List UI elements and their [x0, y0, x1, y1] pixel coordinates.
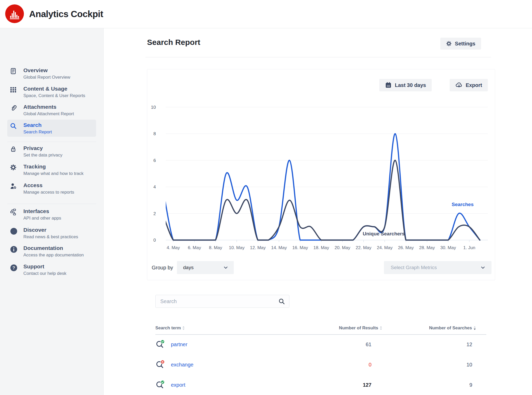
y-axis-label: 0 — [154, 238, 156, 243]
grid-icon — [10, 86, 18, 94]
search-icon — [10, 122, 18, 130]
sidebar-item-documentation[interactable]: Documentation Access the app documentati… — [7, 243, 96, 260]
sidebar-item-label: Tracking — [23, 163, 96, 170]
info-icon — [10, 246, 18, 253]
series-line-unique-searchers — [163, 160, 480, 240]
date-range-button[interactable]: Last 30 days — [379, 79, 432, 91]
y-axis-label: 8 — [154, 131, 156, 136]
sidebar-divider — [7, 142, 96, 142]
settings-button-label: Settings — [455, 41, 475, 47]
x-axis-label: 12. May — [250, 245, 266, 250]
y-axis-label: 2 — [154, 211, 156, 216]
nodes-icon — [10, 209, 18, 216]
gear-icon — [446, 41, 452, 46]
line-chart-svg: 02468104. May6. May8. May10. May12. May1… — [145, 103, 501, 258]
sidebar: Overview Global Report Overview Content … — [0, 28, 104, 395]
app-title: Analytics Cockpit — [29, 0, 103, 28]
group-by-select[interactable]: days — [177, 261, 234, 274]
column-header-label: Search term — [155, 325, 181, 331]
column-header-label: Number of Results — [339, 325, 378, 331]
export-button-label: Export — [466, 82, 482, 88]
table-search-input[interactable] — [160, 298, 278, 305]
sidebar-item-tracking[interactable]: Tracking Manage what and how to track — [7, 161, 96, 178]
group-by-value: days — [183, 265, 194, 270]
x-axis-label: 24. May — [377, 245, 393, 250]
results-value: 61 — [366, 342, 371, 348]
search-term-status-icon — [155, 339, 165, 349]
header-divider — [145, 57, 491, 57]
table-row: export 127 9 — [155, 375, 486, 395]
search-term-link[interactable]: partner — [171, 342, 187, 348]
sidebar-item-label: Documentation — [23, 245, 96, 251]
y-axis-label: 4 — [154, 185, 156, 189]
cloud-download-icon — [455, 81, 463, 89]
sidebar-item-sublabel: Global Report Overview — [23, 74, 96, 80]
sidebar-item-label: Privacy — [23, 145, 96, 152]
sidebar-item-sublabel: Set the data privacy — [23, 152, 96, 158]
x-axis-label: 14. May — [271, 245, 287, 250]
sidebar-item-label: Overview — [23, 67, 96, 74]
table-row: partner 61 12 — [155, 334, 486, 355]
chevron-down-icon — [224, 267, 228, 269]
sidebar-item-access[interactable]: Access Manage access to reports — [7, 180, 96, 197]
sidebar-item-label: Search — [23, 122, 96, 128]
search-term-link[interactable]: exchange — [171, 362, 194, 368]
searches-value: 12 — [467, 342, 472, 348]
column-header-number-of-results[interactable]: Number of Results — [339, 325, 382, 331]
sidebar-item-sublabel: API and other apps — [23, 215, 96, 221]
sort-icon — [182, 326, 185, 330]
x-axis-label: 4. May — [167, 245, 180, 250]
searches-chart: 02468104. May6. May8. May10. May12. May1… — [145, 103, 501, 258]
x-axis-label: 1. Jun — [463, 245, 475, 250]
sidebar-item-overview[interactable]: Overview Global Report Overview — [7, 65, 96, 82]
calendar-icon — [385, 82, 392, 88]
x-axis-label: 18. May — [314, 245, 329, 250]
search-term-status-icon — [155, 380, 165, 390]
analytics-cockpit-app: Analytics Cockpit Overview Global Report… — [0, 0, 532, 395]
column-header-search-term[interactable]: Search term — [155, 325, 185, 331]
paperclip-icon — [10, 104, 18, 112]
column-header-number-of-searches[interactable]: Number of Searches — [429, 325, 476, 331]
x-axis-label: 28. May — [419, 245, 435, 250]
chevron-down-icon — [481, 267, 485, 269]
sidebar-item-label: Support — [23, 263, 96, 270]
x-axis-label: 30. May — [440, 245, 456, 250]
results-value: 127 — [363, 382, 371, 388]
page-title: Search Report — [147, 38, 200, 47]
bar-chart-logo-icon — [9, 8, 20, 19]
sidebar-item-label: Content & Usage — [23, 85, 96, 92]
sidebar-item-label: Discover — [23, 227, 96, 233]
settings-button[interactable]: Settings — [440, 38, 481, 50]
searches-value: 9 — [469, 382, 472, 388]
export-button[interactable]: Export — [450, 79, 488, 91]
sidebar-item-interfaces[interactable]: Interfaces API and other apps — [7, 206, 96, 223]
sidebar-item-support[interactable]: ? Support Contact our help desk — [7, 261, 96, 278]
graph-metrics-select[interactable]: Select Graph Metrics — [384, 261, 491, 274]
column-header-label: Number of Searches — [429, 325, 472, 331]
sidebar-item-content-usage[interactable]: Content & Usage Space, Content & User Re… — [7, 83, 96, 100]
sidebar-item-search[interactable]: Search Search Report — [7, 120, 96, 137]
series-label: Unique Searchers — [363, 231, 405, 236]
group-by-label: Group by — [152, 261, 173, 274]
x-axis-label: 26. May — [398, 245, 414, 250]
app-logo — [5, 4, 24, 23]
sidebar-item-sublabel: Manage what and how to track — [23, 171, 96, 176]
search-term-link[interactable]: export — [171, 382, 185, 388]
sidebar-item-sublabel: Global Attachment Report — [23, 111, 96, 117]
sidebar-item-sublabel: Search Report — [23, 129, 96, 135]
sidebar-item-label: Interfaces — [23, 208, 96, 215]
x-axis-label: 16. May — [292, 245, 308, 250]
sidebar-item-label: Access — [23, 182, 96, 189]
sort-desc-icon — [473, 326, 476, 330]
sidebar-item-privacy[interactable]: Privacy Set the data privacy — [7, 143, 96, 160]
sort-icon — [380, 326, 382, 330]
search-icon[interactable] — [278, 298, 285, 305]
x-axis-label: 22. May — [356, 245, 371, 250]
sidebar-divider — [7, 204, 96, 204]
lock-icon — [10, 146, 18, 153]
x-axis-label: 10. May — [229, 245, 245, 250]
sidebar-item-attachments[interactable]: Attachments Global Attachment Report — [7, 101, 96, 119]
x-axis-label: 20. May — [335, 245, 350, 250]
sidebar-item-discover[interactable]: Discover Read news & best practices — [7, 224, 96, 242]
question-icon: ? — [10, 264, 18, 272]
